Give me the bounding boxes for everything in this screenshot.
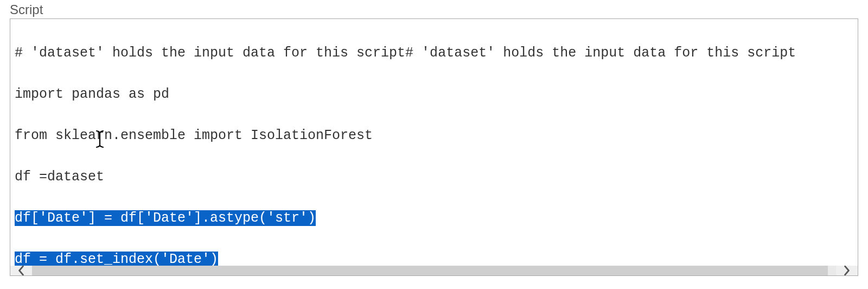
code-line[interactable]: # 'dataset' holds the input data for thi… [15,43,853,64]
horizontal-scrollbar[interactable] [10,266,858,275]
selected-text[interactable]: df['Date'] = df['Date'].astype('str') [15,210,316,226]
code-line[interactable]: df['Date'] = df['Date'].astype('str') [15,208,853,229]
script-editor[interactable]: # 'dataset' holds the input data for thi… [10,18,858,276]
scroll-left-button[interactable] [10,266,32,275]
scroll-track[interactable] [32,266,836,275]
scroll-thumb[interactable] [32,266,828,275]
code-area[interactable]: # 'dataset' holds the input data for thi… [10,19,858,266]
chevron-right-icon [842,266,852,275]
code-line[interactable]: df = df.set_index('Date') [15,249,853,266]
code-line[interactable]: import pandas as pd [15,84,853,105]
code-line[interactable]: from sklearn.ensemble import IsolationFo… [15,125,853,146]
code-line[interactable]: df =dataset [15,167,853,187]
scroll-right-button[interactable] [836,266,858,275]
text-cursor-icon [30,109,40,128]
chevron-left-icon [16,266,26,275]
script-panel-label: Script [10,2,858,17]
selected-text[interactable]: df = df.set_index('Date') [15,252,218,266]
